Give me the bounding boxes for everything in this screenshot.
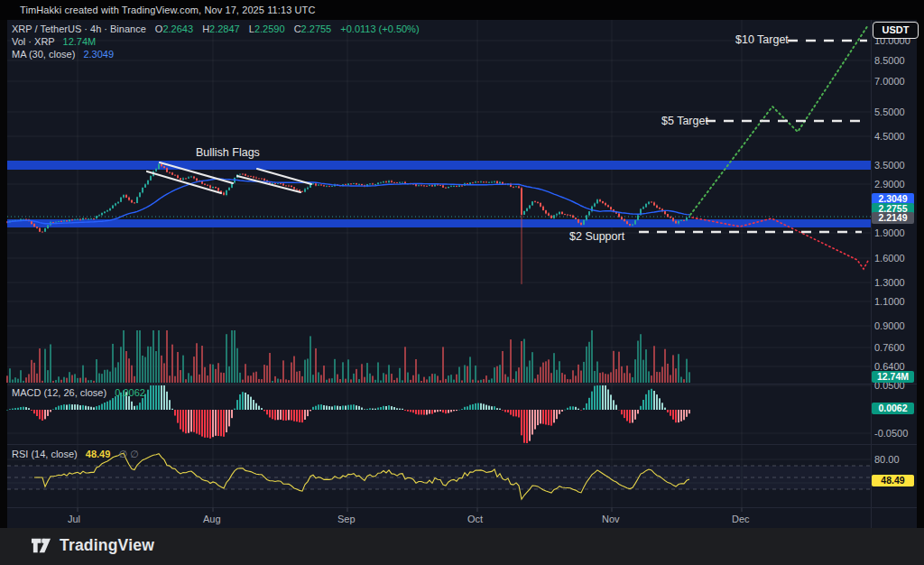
pane-dividers	[7, 20, 917, 528]
time-axis-label[interactable]: Aug	[203, 514, 221, 524]
volume-label: Vol · XRP	[12, 36, 55, 47]
ma-value: 2.3049	[83, 49, 114, 60]
attribution-bar: TimHakki created with TradingView.com, N…	[0, 0, 924, 20]
price-axis-tick[interactable]: 1.6000	[874, 253, 905, 264]
time-axis-label[interactable]: Jul	[68, 514, 80, 524]
change-value: +0.0113 (+0.50%)	[340, 23, 419, 34]
close-value: 2.2755	[301, 23, 332, 34]
macd-value-badge: 0.0062	[872, 403, 914, 414]
price-axis-tick[interactable]: 1.9000	[874, 227, 905, 238]
macd-legend-row: MACD (12, 26, close) 0.0062	[12, 387, 145, 398]
level-price-badge: 2.2149	[872, 212, 914, 224]
high-value: 2.2847	[209, 23, 240, 34]
ma-label: MA (30, close)	[12, 49, 75, 60]
price-axis-tick[interactable]: 7.0000	[874, 76, 905, 87]
volume-histogram	[6, 330, 690, 383]
price-axis-tick[interactable]: 1.3000	[874, 277, 905, 288]
gridlines	[7, 20, 871, 507]
price-axis-tick[interactable]: -0.0500	[874, 428, 908, 439]
price-axis-tick[interactable]: 5.5000	[874, 107, 905, 117]
price-axis-tick[interactable]: 0.7600	[874, 342, 905, 353]
chart-plot-surface[interactable]	[0, 0, 924, 565]
tradingview-logo-text: TradingView	[60, 536, 154, 555]
low-value: 2.2590	[254, 23, 285, 34]
ma-legend-row: MA (30, close) 2.3049	[12, 49, 114, 60]
rsi-legend-row: RSI (14, close) 48.49 ∅ ∅	[12, 449, 139, 460]
high-label: H	[202, 23, 209, 34]
currency-toggle-button[interactable]: USDT	[873, 22, 919, 39]
target5-label: $5 Target	[661, 115, 708, 127]
support2-label: $2 Support	[569, 230, 624, 243]
open-value: 2.2643	[162, 23, 193, 34]
attribution-text: TimHakki created with TradingView.com, N…	[20, 5, 315, 15]
macd-label: MACD (12, 26, close)	[12, 387, 106, 398]
macd-value: 0.0062	[115, 387, 145, 398]
price-axis-tick[interactable]: 4.5000	[874, 131, 905, 142]
volume-value: 12.74M	[63, 36, 97, 47]
volume-value-badge: 12.74M	[872, 371, 914, 383]
price-axis-tick[interactable]: 80.00	[874, 454, 900, 465]
tradingview-chart-screenshot: { "header": { "attribution": "TimHakki c…	[0, 0, 924, 565]
flag-trendline[interactable]	[147, 171, 221, 193]
close-label: C	[294, 23, 301, 34]
bullish-flags-label: Bullish Flags	[196, 146, 260, 159]
resistance-band[interactable]	[7, 161, 871, 170]
rsi-hidden-icons: ∅ ∅	[118, 449, 138, 459]
rsi-value: 48.49	[86, 449, 111, 459]
level-overlays	[7, 161, 871, 227]
footer-bar: TradingView	[0, 528, 924, 565]
volume-legend-row: Vol · XRP 12.74M	[12, 36, 96, 47]
time-axis-label[interactable]: Dec	[732, 514, 750, 524]
price-axis-tick[interactable]: 8.5000	[874, 55, 905, 66]
price-axis-tick[interactable]: 0.9000	[874, 320, 905, 331]
time-axis-label[interactable]: Nov	[602, 514, 620, 524]
symbol-legend-row: XRP / TetherUS · 4h · Binance O2.2643 H2…	[12, 23, 420, 34]
tradingview-logo[interactable]: TradingView	[31, 535, 154, 556]
symbol-title: XRP / TetherUS · 4h · Binance	[12, 23, 146, 34]
price-axis-tick[interactable]: 3.5000	[874, 160, 905, 171]
tradingview-logo-icon	[31, 535, 51, 556]
price-axis-tick[interactable]: 1.1000	[874, 296, 905, 307]
time-axis-label[interactable]: Oct	[467, 514, 483, 524]
rsi-label: RSI (14, close)	[12, 449, 78, 459]
target10-label: $10 Target	[735, 33, 789, 46]
rsi-value-badge: 48.49	[872, 475, 914, 486]
price-axis-tick[interactable]: 2.9000	[874, 179, 905, 190]
time-axis-label[interactable]: Sep	[337, 514, 356, 524]
